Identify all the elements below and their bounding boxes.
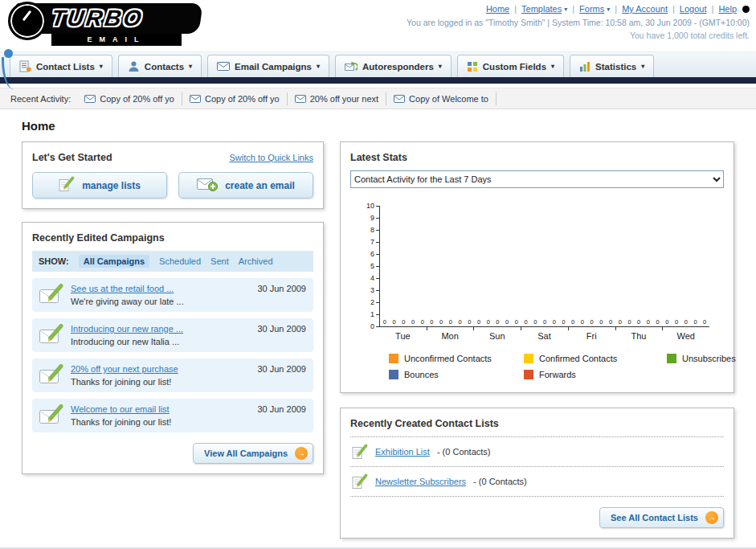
campaign-row: Introducing our new range ...Introducing… [32, 318, 313, 352]
nav-separator: | [514, 4, 517, 14]
tab-contacts[interactable]: Contacts▾ [118, 55, 202, 77]
chevron-down-icon[interactable]: ▾ [564, 6, 567, 13]
y-axis-tick-label: 6 [370, 250, 379, 258]
turbo-email-logo[interactable]: TURBO EMAIL [3, 2, 214, 50]
campaign-filter-sent[interactable]: Sent [210, 255, 229, 268]
envelope-icon [190, 95, 201, 103]
view-all-campaigns-button[interactable]: View All Campaigns → [193, 443, 313, 464]
envelope-icon [295, 95, 306, 103]
envelope-icon [394, 95, 405, 103]
top-link-my-account[interactable]: My Account [622, 4, 668, 14]
tab-autoresponders[interactable]: Autoresponders▾ [335, 55, 452, 77]
statistics-icon [579, 61, 590, 72]
main-nav: Contact Lists▾Contacts▾Email Campaigns▾A… [10, 55, 756, 77]
get-started-title: Let's Get Started [32, 152, 112, 163]
view-all-campaigns-label: View All Campaigns [204, 449, 288, 458]
switch-to-quick-links[interactable]: Switch to Quick Links [229, 153, 313, 162]
contact-list-link[interactable]: Exhibition List [375, 447, 430, 457]
chevron-down-icon: ▾ [317, 63, 320, 70]
logo-swoosh-line [2, 57, 14, 89]
nav-separator: | [572, 4, 574, 14]
page-title: Home [22, 119, 756, 133]
chevron-down-icon[interactable]: ▾ [607, 6, 610, 13]
recent-activity-item[interactable]: 20% off your next [288, 92, 386, 105]
bar-value-label: 0 [700, 319, 709, 326]
campaign-title-link[interactable]: Welcome to our email list [71, 404, 250, 414]
campaign-title-link[interactable]: See us at the retail food ... [71, 284, 250, 293]
account-info-area: Home|Templates▾|Forms▾|My Account|Logout… [407, 4, 750, 40]
legend-item: Confirmed Contacts [524, 354, 667, 363]
campaign-title-link[interactable]: 20% off your next purchase [71, 364, 250, 374]
right-column: Latest Stats Contact Activity for the La… [340, 141, 734, 539]
recent-activity-item-label: 20% off your next [310, 94, 378, 104]
tab-label: Email Campaigns [235, 62, 312, 72]
top-link-logout[interactable]: Logout [680, 4, 707, 14]
envelope-icon [84, 95, 96, 103]
bar-value-label: 0 [512, 319, 521, 326]
bar-value-label: 0 [398, 319, 408, 326]
y-axis-tick-label: 5 [370, 262, 379, 270]
tab-label: Contacts [145, 62, 184, 72]
recent-activity-item[interactable]: Copy of 20% off yo [77, 92, 182, 105]
bar-value-label: 0 [456, 319, 465, 326]
get-started-buttons: manage lists create an email [32, 172, 313, 199]
bar-value-label: 0 [540, 319, 550, 326]
stats-period-select[interactable]: Contact Activity for the Last 7 Days [350, 170, 724, 188]
see-all-contact-lists-button[interactable]: See All Contact Lists → [599, 507, 724, 528]
decorative-dot-icon [742, 6, 750, 13]
contact-list-link[interactable]: Newsletter Subscribers [375, 477, 466, 486]
contacts-icon [128, 60, 140, 72]
campaign-filter-scheduled[interactable]: Scheduled [159, 255, 201, 268]
campaign-title-link[interactable]: Introducing our new range ... [71, 324, 250, 334]
top-utility-row: Home|Templates▾|Forms▾|My Account|Logout… [407, 4, 750, 14]
tab-email-campaigns[interactable]: Email Campaigns▾ [207, 55, 329, 77]
tab-statistics[interactable]: Statistics▾ [570, 55, 654, 77]
top-link-help[interactable]: Help [718, 4, 737, 14]
campaign-row: 20% off your next purchaseThanks for joi… [32, 358, 313, 392]
recent-activity-item[interactable]: Copy of Welcome to [386, 92, 497, 105]
recent-activity-item[interactable]: Copy of 20% off yo [182, 92, 288, 105]
bar-value-label: 0 [672, 319, 681, 326]
nav-separator: | [615, 4, 617, 14]
campaign-filter-bar: SHOW: All CampaignsScheduledSentArchived [32, 251, 313, 272]
email-edit-icon [39, 364, 63, 384]
y-axis-tick-label: 3 [370, 286, 379, 294]
chart-legend: Unconfirmed ContactsConfirmed ContactsUn… [389, 354, 724, 379]
bar-value-label: 0 [418, 319, 427, 326]
campaign-date: 30 Jun 2009 [257, 364, 306, 374]
arrow-right-icon: → [705, 511, 718, 524]
manage-lists-button[interactable]: manage lists [32, 172, 167, 199]
chart-category-group: 00000 [568, 206, 615, 326]
contact-list-items: Exhibition List- (0 Contacts)Newsletter … [350, 437, 724, 497]
chevron-down-icon: ▾ [189, 63, 192, 70]
campaign-filter-all-campaigns[interactable]: All Campaigns [79, 255, 149, 268]
x-axis-label: Sat [521, 327, 568, 341]
bar-value-label: 0 [446, 319, 456, 326]
bar-value-label: 0 [493, 319, 503, 326]
campaign-text: Welcome to our email listThanks for join… [71, 404, 250, 427]
bar-value-label: 0 [634, 319, 644, 326]
logo-title: TURBO [50, 6, 145, 31]
tab-custom-fields[interactable]: Custom Fields▾ [457, 55, 564, 77]
create-email-button[interactable]: create an email [178, 172, 313, 199]
campaign-filter-archived[interactable]: Archived [239, 255, 273, 268]
legend-swatch [667, 354, 676, 363]
campaign-subtitle: We're giving away our late ... [71, 297, 250, 306]
bar-value-label: 0 [596, 319, 606, 326]
top-link-templates[interactable]: Templates [521, 4, 562, 14]
legend-label: Confirmed Contacts [539, 354, 617, 363]
legend-label: Bounces [404, 370, 439, 379]
tab-contact-lists[interactable]: Contact Lists▾ [10, 55, 112, 77]
bar-value-label: 0 [390, 319, 399, 326]
bar-value-label: 0 [484, 319, 493, 326]
contact-activity-chart: 109876543210 000000000000000000000000000… [358, 206, 709, 327]
chart-x-axis: TueMonSunSatFriThuWed [379, 327, 709, 341]
top-link-forms[interactable]: Forms [579, 4, 604, 14]
top-link-home[interactable]: Home [486, 4, 509, 14]
envelope-plus-icon [197, 177, 218, 194]
gauge-needle [22, 10, 32, 22]
login-status: You are logged in as "Timothy Smith" | S… [407, 18, 750, 27]
legend-label: Unconfirmed Contacts [404, 354, 492, 363]
y-axis-tick-label: 0 [370, 322, 379, 330]
bar-value-label: 0 [587, 319, 597, 326]
